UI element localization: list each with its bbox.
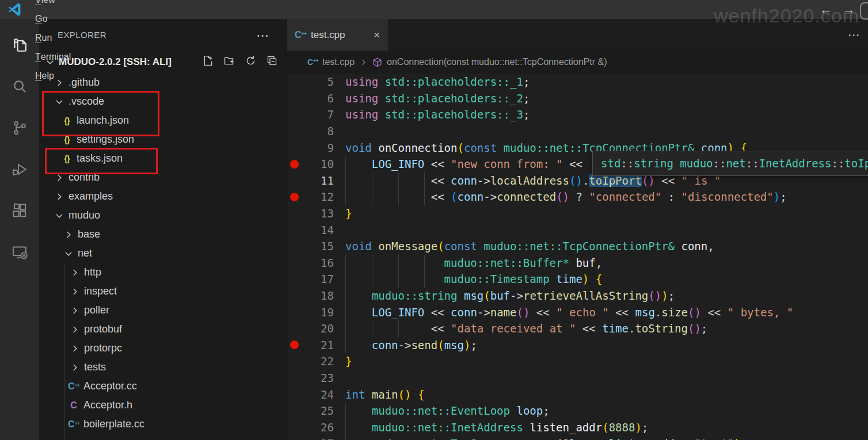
tree-item-contrib[interactable]: contrib [39,168,286,187]
code-line-5: 5using std::placeholders::_1; [287,74,868,90]
run-debug-icon[interactable] [0,148,39,190]
code-line-14: 14 [287,221,868,238]
new-folder-icon[interactable] [223,55,235,70]
line-number: 24 [302,388,334,401]
indent-guide [345,337,346,354]
source-control-icon[interactable] [0,107,39,148]
code-line-22: 22} [287,353,868,370]
code-line-12: 12 << (conn->connected() ? "connected" :… [287,189,868,205]
breadcrumb-file[interactable]: test.cpp [322,57,355,67]
tree-item-inspect[interactable]: inspect [39,282,286,301]
menu-item-terminal[interactable]: Terminal [28,48,81,67]
tree-item-http[interactable]: http [39,263,286,282]
new-file-icon[interactable] [202,55,214,70]
code-line-text: conn->send(msg); [345,337,477,354]
explorer-more-actions-icon[interactable]: ⋯ [256,28,270,43]
breakpoint-icon[interactable] [287,193,302,201]
code-line-16: 16 muduo::net::Buffer* buf, [287,255,868,271]
code-line-text: muduo::net::InetAddress listen_addr(8888… [345,419,648,435]
line-number: 22 [302,355,334,368]
menu-item-help[interactable]: Help [28,67,81,86]
tab-test-cpp[interactable]: C++ test.cpp × [287,19,388,51]
line-number: 25 [302,404,334,417]
breadcrumb-symbol[interactable]: onConnection(const muduo::net::TcpConnec… [387,57,607,67]
tree-item-acceptor-cc[interactable]: C++Acceptor.cc [39,377,286,396]
breakpoint-icon[interactable] [287,340,302,349]
remote-explorer-icon[interactable] [0,231,39,273]
tree-item-label: contrib [68,171,100,183]
indent-guide [398,271,399,288]
code-line-text: } [345,353,352,370]
line-number: 10 [302,158,334,170]
chevron-right-icon [63,229,74,240]
json-file-icon: {} [61,154,73,163]
indent-guide [398,173,399,189]
code-line-21: 21 conn->send(msg); [287,337,868,354]
tree-item-muduo[interactable]: muduo [39,206,286,225]
tab-label: test.cpp [311,29,345,41]
menu-bar: FileEditSelectionViewGoRunTerminalHelp [28,0,81,86]
code-line-text: muduo::net::TcpServer server(&loop, list… [345,435,747,440]
line-number: 5 [302,75,334,88]
layout-control-icon[interactable] [860,2,868,20]
code-line-17: 17 muduo::Timestamp time) { [287,271,868,288]
menu-item-go[interactable]: Go [28,10,81,29]
indent-guide [372,255,372,271]
tree-item-label: http [84,266,101,278]
close-icon[interactable]: × [372,29,381,41]
chevron-right-icon [70,286,80,297]
code-line-20: 20 << "data received at " << time.toStri… [287,320,868,337]
refresh-icon[interactable] [245,55,257,70]
indent-guide [345,403,346,419]
line-number: 17 [302,273,334,285]
code-line-13: 13} [287,205,868,222]
breakpoint-icon[interactable] [287,160,302,169]
indent-guide [398,255,399,271]
collapse-all-icon[interactable] [266,55,278,70]
indent-guide [345,288,346,304]
indent-guide [345,189,346,205]
code-line-8: 8 [287,123,868,140]
tree-item-net[interactable]: net [39,244,286,263]
code-line-text: muduo::Timestamp time) { [345,271,602,288]
tree-item-label: base [78,228,100,240]
menu-item-view[interactable]: View [28,0,81,10]
chevron-right-icon [359,58,368,67]
code-line-text: int main() { [345,386,424,403]
tree-item-label: protobuf [84,323,122,335]
code-area: 5using std::placeholders::_1;6using std:… [287,74,868,440]
nav-back-icon[interactable]: ← [820,2,832,17]
indent-guide [372,271,372,288]
tree-item-launch-json[interactable]: {}launch.json [39,111,286,130]
indent-guide [398,189,399,205]
menu-item-run[interactable]: Run [28,29,81,48]
tree-item-examples[interactable]: examples [39,187,286,206]
editor-more-actions-icon[interactable]: ⋯ [848,19,861,51]
tree-item-protobuf[interactable]: protobuf [39,320,286,339]
tree-item-poller[interactable]: poller [39,301,286,320]
tree-item-settings-json[interactable]: {}settings.json [39,130,286,149]
tree-item-protorpc[interactable]: protorpc [39,339,286,358]
tree-item-label: Acceptor.cc [83,380,137,392]
tree-item-boilerplate-cc[interactable]: C++boilerplate.cc [39,415,286,434]
chevron-right-icon [70,362,80,373]
tree-item-base[interactable]: base [39,225,286,244]
tab-bar: C++ test.cpp × ⋯ [287,19,868,51]
tree-item-tests[interactable]: tests [39,358,286,377]
tree-item-vscode[interactable]: .vscode [39,92,286,111]
line-number: 19 [302,306,334,319]
indent-guide [372,320,372,337]
indent-guide [345,173,346,189]
extensions-icon[interactable] [0,190,39,231]
indent-guide [345,419,346,435]
line-number: 23 [302,372,334,384]
breadcrumb: C++ test.cpp onConnection(const muduo::n… [287,51,868,74]
tree-item-label: settings.json [77,133,134,146]
code-line-text: muduo::net::Buffer* buf, [345,255,602,271]
title-bar: FileEditSelectionViewGoRunTerminalHelp ←… [0,0,868,19]
tree-item-acceptor-h[interactable]: CAcceptor.h [39,396,286,415]
indent-guide [345,156,346,173]
nav-forward-icon[interactable]: → [843,2,855,17]
code-line-18: 18 muduo::string msg(buf->retrieveAllAsS… [287,288,868,304]
tree-item-tasks-json[interactable]: {}tasks.json [39,149,286,168]
